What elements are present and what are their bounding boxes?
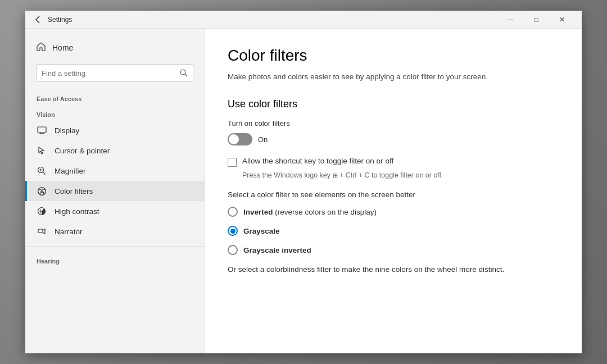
search-icon <box>175 64 193 82</box>
toggle-status: On <box>258 135 268 144</box>
color-filters-label: Color filters <box>55 187 93 195</box>
settings-window: Settings — □ ✕ Home <box>25 11 582 353</box>
radio-grayscale-inverted-label: Grayscale inverted <box>243 246 311 254</box>
sidebar-divider <box>25 246 205 247</box>
hearing-label: Hearing <box>25 251 205 267</box>
narrator-icon <box>37 226 47 236</box>
magnifier-icon <box>37 166 47 176</box>
radio-grayscale-inverted-circle[interactable] <box>228 245 238 255</box>
back-button[interactable] <box>32 14 43 25</box>
minimize-button[interactable]: — <box>497 11 523 29</box>
shortcut-checkbox-row: Allow the shortcut key to toggle filter … <box>228 157 559 167</box>
cursor-icon <box>37 145 47 156</box>
shortcut-hint: Press the Windows logo key ⊞ + Ctrl + C … <box>242 171 559 179</box>
title-bar: Settings — □ ✕ <box>25 11 582 29</box>
radio-grayscale-inverted[interactable]: Grayscale inverted <box>228 245 559 255</box>
window-controls: — □ ✕ <box>497 11 575 29</box>
home-label: Home <box>52 43 73 52</box>
svg-line-7 <box>43 172 46 175</box>
radio-inverted-label: Inverted (reverse colors on the display) <box>243 208 377 216</box>
color-filter-toggle[interactable] <box>228 133 252 145</box>
radio-grayscale[interactable]: Grayscale <box>228 226 559 236</box>
close-button[interactable]: ✕ <box>549 11 575 29</box>
radio-inverted-circle[interactable] <box>228 207 238 217</box>
color-filters-icon <box>37 186 47 196</box>
sidebar-item-magnifier[interactable]: Magnifier <box>25 161 205 181</box>
section-title: Use color filters <box>228 98 559 110</box>
toggle-row: On <box>228 133 559 145</box>
sidebar-item-color-filters[interactable]: Color filters <box>25 181 205 201</box>
high-contrast-label: High contrast <box>55 207 99 216</box>
filter-select-label: Select a color filter to see elements on… <box>228 190 559 199</box>
colorblind-label: Or select a colorblindness filter to mak… <box>228 264 509 275</box>
page-description: Make photos and colors easier to see by … <box>228 71 542 83</box>
svg-rect-2 <box>38 127 46 133</box>
ease-of-access-label: Ease of Access <box>25 89 205 104</box>
radio-grayscale-label: Grayscale <box>243 227 280 235</box>
radio-grayscale-circle[interactable] <box>228 226 238 236</box>
sidebar-item-cursor[interactable]: Cursor & pointer <box>25 140 205 161</box>
narrator-label: Narrator <box>55 228 83 236</box>
sidebar-item-home[interactable]: Home <box>25 38 205 57</box>
content-area: Color filters Make photos and colors eas… <box>205 29 582 353</box>
svg-rect-17 <box>38 229 43 233</box>
maximize-button[interactable]: □ <box>523 11 549 29</box>
display-label: Display <box>55 126 79 135</box>
main-area: Home Ease of Access Vision <box>25 29 582 353</box>
vision-label: Vision <box>25 104 205 120</box>
cursor-label: Cursor & pointer <box>55 147 110 155</box>
page-title: Color filters <box>228 47 559 65</box>
sidebar: Home Ease of Access Vision <box>25 29 205 353</box>
shortcut-checkbox-label: Allow the shortcut key to toggle filter … <box>242 157 393 165</box>
toggle-label: Turn on color filters <box>228 119 559 128</box>
sidebar-item-high-contrast[interactable]: High contrast <box>25 201 205 221</box>
sidebar-item-display[interactable]: Display <box>25 120 205 140</box>
shortcut-checkbox[interactable] <box>228 158 237 167</box>
search-input[interactable] <box>37 69 175 78</box>
home-icon <box>37 42 46 53</box>
sidebar-item-narrator[interactable]: Narrator <box>25 221 205 242</box>
toggle-knob <box>229 134 239 144</box>
search-box[interactable] <box>37 64 193 82</box>
magnifier-label: Magnifier <box>55 167 86 175</box>
title-bar-title: Settings <box>48 16 72 24</box>
radio-inverted[interactable]: Inverted (reverse colors on the display) <box>228 207 559 217</box>
high-contrast-icon <box>37 206 47 216</box>
display-icon <box>37 125 47 135</box>
svg-point-0 <box>180 70 185 75</box>
svg-line-1 <box>185 74 187 76</box>
